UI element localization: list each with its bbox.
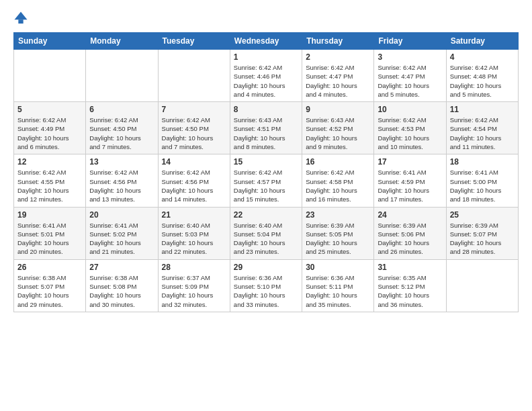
weekday-header-saturday: Saturday xyxy=(446,33,518,50)
day-info: Sunrise: 6:42 AM Sunset: 4:54 PM Dayligh… xyxy=(450,116,515,151)
day-number: 28 xyxy=(162,263,226,272)
weekday-header-monday: Monday xyxy=(86,33,158,50)
day-number: 21 xyxy=(162,210,226,220)
day-number: 22 xyxy=(234,210,298,220)
day-cell: 11Sunrise: 6:42 AM Sunset: 4:54 PM Dayli… xyxy=(446,102,518,154)
day-info: Sunrise: 6:41 AM Sunset: 4:59 PM Dayligh… xyxy=(378,168,442,203)
day-info: Sunrise: 6:41 AM Sunset: 5:02 PM Dayligh… xyxy=(89,221,154,257)
day-info: Sunrise: 6:39 AM Sunset: 5:06 PM Dayligh… xyxy=(378,221,442,257)
day-number: 15 xyxy=(234,157,298,167)
day-cell xyxy=(446,259,518,312)
day-cell: 4Sunrise: 6:42 AM Sunset: 4:48 PM Daylig… xyxy=(446,50,518,102)
day-cell: 17Sunrise: 6:41 AM Sunset: 4:59 PM Dayli… xyxy=(374,154,446,207)
day-cell: 29Sunrise: 6:36 AM Sunset: 5:10 PM Dayli… xyxy=(230,259,302,312)
weekday-header-sunday: Sunday xyxy=(14,33,86,50)
day-number: 19 xyxy=(17,210,82,220)
day-number: 10 xyxy=(378,105,442,114)
day-cell: 16Sunrise: 6:42 AM Sunset: 4:58 PM Dayli… xyxy=(302,154,374,207)
day-info: Sunrise: 6:42 AM Sunset: 4:50 PM Dayligh… xyxy=(89,116,154,151)
day-number: 26 xyxy=(17,263,82,272)
day-cell: 26Sunrise: 6:38 AM Sunset: 5:07 PM Dayli… xyxy=(14,259,86,312)
weekday-header-row: SundayMondayTuesdayWednesdayThursdayFrid… xyxy=(14,33,519,50)
day-number: 5 xyxy=(17,105,82,114)
day-cell: 19Sunrise: 6:41 AM Sunset: 5:01 PM Dayli… xyxy=(14,207,86,259)
week-row-1: 1Sunrise: 6:42 AM Sunset: 4:46 PM Daylig… xyxy=(14,50,519,102)
day-number: 4 xyxy=(450,52,515,62)
day-info: Sunrise: 6:37 AM Sunset: 5:09 PM Dayligh… xyxy=(162,273,226,309)
day-info: Sunrise: 6:42 AM Sunset: 4:56 PM Dayligh… xyxy=(89,168,154,203)
day-info: Sunrise: 6:39 AM Sunset: 5:05 PM Dayligh… xyxy=(306,221,370,257)
day-number: 25 xyxy=(450,210,515,220)
weekday-header-thursday: Thursday xyxy=(302,33,374,50)
day-info: Sunrise: 6:40 AM Sunset: 5:04 PM Dayligh… xyxy=(234,221,298,257)
day-info: Sunrise: 6:38 AM Sunset: 5:08 PM Dayligh… xyxy=(89,273,154,309)
day-number: 2 xyxy=(306,52,370,62)
logo xyxy=(13,11,31,26)
page: SundayMondayTuesdayWednesdayThursdayFrid… xyxy=(0,0,532,323)
day-number: 14 xyxy=(162,157,226,167)
week-row-5: 26Sunrise: 6:38 AM Sunset: 5:07 PM Dayli… xyxy=(14,259,519,312)
day-number: 12 xyxy=(17,157,82,167)
day-cell: 18Sunrise: 6:41 AM Sunset: 5:00 PM Dayli… xyxy=(446,154,518,207)
day-cell: 2Sunrise: 6:42 AM Sunset: 4:47 PM Daylig… xyxy=(302,50,374,102)
day-cell: 31Sunrise: 6:35 AM Sunset: 5:12 PM Dayli… xyxy=(374,259,446,312)
day-number: 8 xyxy=(234,105,298,114)
day-cell: 8Sunrise: 6:43 AM Sunset: 4:51 PM Daylig… xyxy=(230,102,302,154)
day-number: 11 xyxy=(450,105,515,114)
week-row-4: 19Sunrise: 6:41 AM Sunset: 5:01 PM Dayli… xyxy=(14,207,519,259)
day-info: Sunrise: 6:42 AM Sunset: 4:53 PM Dayligh… xyxy=(378,116,442,151)
weekday-header-friday: Friday xyxy=(374,33,446,50)
day-cell xyxy=(86,50,158,102)
day-cell: 28Sunrise: 6:37 AM Sunset: 5:09 PM Dayli… xyxy=(158,259,230,312)
day-info: Sunrise: 6:42 AM Sunset: 4:47 PM Dayligh… xyxy=(306,63,370,99)
header xyxy=(13,11,519,26)
day-number: 20 xyxy=(89,210,154,220)
day-cell xyxy=(14,50,86,102)
day-info: Sunrise: 6:42 AM Sunset: 4:57 PM Dayligh… xyxy=(234,168,298,203)
day-number: 9 xyxy=(306,105,370,114)
day-number: 13 xyxy=(89,157,154,167)
day-cell: 7Sunrise: 6:42 AM Sunset: 4:50 PM Daylig… xyxy=(158,102,230,154)
day-cell: 14Sunrise: 6:42 AM Sunset: 4:56 PM Dayli… xyxy=(158,154,230,207)
day-info: Sunrise: 6:40 AM Sunset: 5:03 PM Dayligh… xyxy=(162,221,226,257)
day-cell: 23Sunrise: 6:39 AM Sunset: 5:05 PM Dayli… xyxy=(302,207,374,259)
week-row-2: 5Sunrise: 6:42 AM Sunset: 4:49 PM Daylig… xyxy=(14,102,519,154)
day-number: 1 xyxy=(234,52,298,62)
day-info: Sunrise: 6:42 AM Sunset: 4:50 PM Dayligh… xyxy=(162,116,226,151)
weekday-header-tuesday: Tuesday xyxy=(158,33,230,50)
day-info: Sunrise: 6:36 AM Sunset: 5:10 PM Dayligh… xyxy=(234,273,298,309)
day-cell: 9Sunrise: 6:43 AM Sunset: 4:52 PM Daylig… xyxy=(302,102,374,154)
day-number: 6 xyxy=(89,105,154,114)
day-info: Sunrise: 6:39 AM Sunset: 5:07 PM Dayligh… xyxy=(450,221,515,257)
day-number: 23 xyxy=(306,210,370,220)
day-cell: 3Sunrise: 6:42 AM Sunset: 4:47 PM Daylig… xyxy=(374,50,446,102)
day-number: 27 xyxy=(89,263,154,272)
calendar-table: SundayMondayTuesdayWednesdayThursdayFrid… xyxy=(13,32,519,312)
day-info: Sunrise: 6:42 AM Sunset: 4:49 PM Dayligh… xyxy=(17,116,82,151)
day-cell: 20Sunrise: 6:41 AM Sunset: 5:02 PM Dayli… xyxy=(86,207,158,259)
day-cell: 6Sunrise: 6:42 AM Sunset: 4:50 PM Daylig… xyxy=(86,102,158,154)
day-number: 24 xyxy=(378,210,442,220)
day-number: 31 xyxy=(378,263,442,272)
day-number: 30 xyxy=(306,263,370,272)
day-cell: 25Sunrise: 6:39 AM Sunset: 5:07 PM Dayli… xyxy=(446,207,518,259)
day-cell: 12Sunrise: 6:42 AM Sunset: 4:55 PM Dayli… xyxy=(14,154,86,207)
svg-marker-0 xyxy=(14,11,27,19)
week-row-3: 12Sunrise: 6:42 AM Sunset: 4:55 PM Dayli… xyxy=(14,154,519,207)
day-cell: 24Sunrise: 6:39 AM Sunset: 5:06 PM Dayli… xyxy=(374,207,446,259)
day-info: Sunrise: 6:42 AM Sunset: 4:58 PM Dayligh… xyxy=(306,168,370,203)
day-cell: 1Sunrise: 6:42 AM Sunset: 4:46 PM Daylig… xyxy=(230,50,302,102)
day-info: Sunrise: 6:42 AM Sunset: 4:47 PM Dayligh… xyxy=(378,63,442,99)
day-info: Sunrise: 6:42 AM Sunset: 4:55 PM Dayligh… xyxy=(17,168,82,203)
day-cell: 13Sunrise: 6:42 AM Sunset: 4:56 PM Dayli… xyxy=(86,154,158,207)
day-info: Sunrise: 6:41 AM Sunset: 5:00 PM Dayligh… xyxy=(450,168,515,203)
day-number: 7 xyxy=(162,105,226,114)
day-info: Sunrise: 6:43 AM Sunset: 4:52 PM Dayligh… xyxy=(306,116,370,151)
day-cell: 30Sunrise: 6:36 AM Sunset: 5:11 PM Dayli… xyxy=(302,259,374,312)
day-info: Sunrise: 6:36 AM Sunset: 5:11 PM Dayligh… xyxy=(306,273,370,309)
day-info: Sunrise: 6:35 AM Sunset: 5:12 PM Dayligh… xyxy=(378,273,442,309)
logo-icon xyxy=(13,11,28,26)
day-number: 16 xyxy=(306,157,370,167)
day-info: Sunrise: 6:42 AM Sunset: 4:46 PM Dayligh… xyxy=(234,63,298,99)
weekday-header-wednesday: Wednesday xyxy=(230,33,302,50)
